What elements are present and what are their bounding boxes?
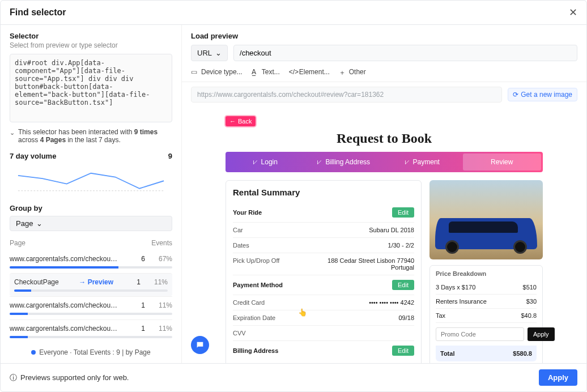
checkout-steps: ⩗Login ⩗Billing Address ⩗Payment Review <box>226 152 543 172</box>
check-icon: ⩗ <box>316 159 322 165</box>
check-icon: ⩗ <box>252 159 258 165</box>
promo-code-input[interactable] <box>436 327 524 341</box>
preview-filter-toolbar: ▭Device type... A̲Text... </>Element... … <box>182 66 586 82</box>
price-breakdown-card: Price Breakdown 3 Days x $170$510Renters… <box>429 265 543 363</box>
booking-side: Price Breakdown 3 Days x $170$510Renters… <box>429 180 543 363</box>
check-icon: ⩗ <box>404 159 410 165</box>
filter-other[interactable]: ＋Other <box>339 68 366 76</box>
booking-columns: Rental Summary Your Ride Edit CarSubaru … <box>226 180 543 363</box>
row-url: www.cargorentalsfs.com/checkout#payment <box>10 325 118 333</box>
page-rows: www.cargorentalsfs.com/checkout#review 6… <box>10 250 172 343</box>
row-pct: 67% <box>150 255 172 263</box>
table-row[interactable]: CheckoutPage → Preview 1 11% <box>10 273 172 296</box>
filter-device-type[interactable]: ▭Device type... <box>191 68 243 76</box>
kv-pickup: Pick Up/Drop Off188 Cedar Street Lisbon … <box>233 253 414 275</box>
chevron-down-icon: ⌄ <box>36 219 42 228</box>
car-image <box>429 180 543 259</box>
row-url: www.cargorentalsfs.com/checkout#billing <box>10 301 118 309</box>
element-icon: </> <box>289 68 297 76</box>
price-row: Renters Insurance$30 <box>436 295 537 309</box>
table-row[interactable]: www.cargorentalsfs.com/checkout#billing … <box>10 296 172 319</box>
price-total: Total $580.8 <box>436 346 537 361</box>
kv-cvv: CVV <box>233 326 414 341</box>
modal-body: Selector Select from preview or type sel… <box>1 25 586 363</box>
selector-label: Selector <box>10 32 172 40</box>
group-by-select[interactable]: Page ⌄ <box>10 216 172 231</box>
volume-label: 7 day volume <box>10 152 56 160</box>
row-count: 1 <box>122 301 145 309</box>
intercom-launcher[interactable] <box>191 336 209 354</box>
table-header: Page Events <box>10 239 172 247</box>
kv-dates: Dates1/30 - 2/2 <box>233 238 414 253</box>
volume-sparkline <box>10 164 172 195</box>
edit-billing-button[interactable]: Edit <box>392 346 414 356</box>
row-count: 6 <box>122 255 145 263</box>
edit-payment-button[interactable]: Edit <box>392 280 414 290</box>
col-page: Page <box>10 239 25 247</box>
payment-method-header: Payment Method Edit <box>233 275 414 295</box>
billing-address-header: Billing Address Edit <box>233 341 414 360</box>
arrow-left-icon: ← <box>229 118 236 125</box>
get-new-image-button[interactable]: ⟳ Get a new image <box>508 88 577 101</box>
page-title: Request to Book <box>226 131 543 146</box>
booking-page: ← Back Request to Book ⩗Login ⩗Billing A… <box>226 116 543 363</box>
address-row: https://www.cargorentalsfs.com/checkout#… <box>182 82 586 107</box>
row-count: 1 <box>118 278 141 286</box>
row-bar <box>10 336 172 338</box>
text-icon: A̲ <box>252 68 260 76</box>
chart-legend: Everyone · Total Events : 9 | by Page <box>10 348 172 356</box>
col-events: Events <box>151 239 172 247</box>
edit-ride-button[interactable]: Edit <box>392 207 414 218</box>
device-icon: ▭ <box>191 68 199 76</box>
row-count: 1 <box>122 325 145 333</box>
find-selector-modal: Find selector ✕ Selector Select from pre… <box>0 0 587 392</box>
preview-address: https://www.cargorentalsfs.com/checkout#… <box>191 87 502 103</box>
row-url: CheckoutPage <box>14 278 74 286</box>
left-panel: Selector Select from preview or type sel… <box>1 25 182 363</box>
step-review[interactable]: Review <box>463 154 542 171</box>
row-bar <box>10 313 172 315</box>
volume-value: 9 <box>168 152 172 160</box>
modal-header: Find selector ✕ <box>1 1 586 25</box>
row-url: www.cargorentalsfs.com/checkout#review <box>10 255 118 263</box>
row-pct: 11% <box>150 301 172 309</box>
selector-input[interactable] <box>10 54 172 122</box>
step-billing[interactable]: ⩗Billing Address <box>304 152 383 172</box>
close-icon[interactable]: ✕ <box>569 6 577 19</box>
step-payment[interactable]: ⩗Payment <box>382 152 461 172</box>
price-row: 3 Days x $170$510 <box>436 280 537 295</box>
row-bar <box>10 266 172 269</box>
back-button[interactable]: ← Back <box>226 116 256 126</box>
modal-title: Find selector <box>10 7 66 18</box>
preview-link[interactable]: → Preview <box>79 278 113 286</box>
row-pct: 11% <box>150 325 172 333</box>
filter-text[interactable]: A̲Text... <box>252 68 280 76</box>
your-ride-header: Your Ride Edit <box>233 203 414 223</box>
step-login[interactable]: ⩗Login <box>226 152 304 172</box>
chat-icon <box>195 340 205 350</box>
url-row: URL ⌄ <box>182 40 586 66</box>
apply-button[interactable]: Apply <box>539 369 577 386</box>
rental-summary-title: Rental Summary <box>233 188 414 197</box>
kv-car: CarSubaru DL 2018 <box>233 223 414 238</box>
chevron-down-icon: ⌄ <box>10 129 15 137</box>
url-path-input[interactable] <box>233 45 577 61</box>
refresh-icon: ⟳ <box>513 91 518 99</box>
modal-footer: ⓘ Previews supported only for web. Apply <box>1 363 586 391</box>
url-mode-select[interactable]: URL ⌄ <box>191 45 228 61</box>
price-row: Tax$40.8 <box>436 309 537 323</box>
load-preview-label: Load preview <box>182 25 586 40</box>
volume-header: 7 day volume 9 <box>10 152 172 160</box>
legend-dot-icon <box>31 350 36 355</box>
right-panel: Load preview URL ⌄ ▭Device type... A̲Tex… <box>182 25 586 363</box>
interaction-summary[interactable]: ⌄ This selector has been interacted with… <box>10 128 172 144</box>
table-row[interactable]: www.cargorentalsfs.com/checkout#review 6… <box>10 250 172 273</box>
promo-apply-button[interactable]: Apply <box>528 327 555 341</box>
plus-icon: ＋ <box>339 68 347 76</box>
price-breakdown-title: Price Breakdown <box>436 270 537 277</box>
rental-summary-card: Rental Summary Your Ride Edit CarSubaru … <box>226 180 422 363</box>
group-by-label: Group by <box>10 204 172 212</box>
table-row[interactable]: www.cargorentalsfs.com/checkout#payment … <box>10 319 172 343</box>
filter-element[interactable]: </>Element... <box>289 68 330 76</box>
chevron-down-icon: ⌄ <box>215 49 222 57</box>
